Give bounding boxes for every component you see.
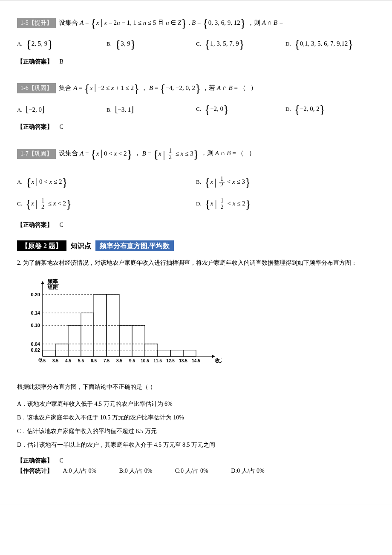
opt-A: A. [−2, 0] xyxy=(17,101,107,117)
question-1-5: 1-5【提升】 设集合 A = {x | x = 2n − 1, 1 ≤ n ≤… xyxy=(17,13,375,66)
chart-svg: 频率组距0.020.040.100.140.202.53.54.55.56.57… xyxy=(17,273,222,371)
opt-D: D. {x | 12 < x ≤ 2} xyxy=(196,195,375,213)
stats-C: C:0 人/占 0% xyxy=(175,468,208,474)
svg-text:收入/万元: 收入/万元 xyxy=(215,358,222,364)
svg-text:0.20: 0.20 xyxy=(31,292,40,297)
svg-text:8.5: 8.5 xyxy=(116,358,122,363)
answer-label: 【正确答案】 xyxy=(17,222,53,228)
opt-C: C. {x | 12 ≤ x < 2} xyxy=(17,195,196,213)
svg-text:10.5: 10.5 xyxy=(141,358,149,363)
svg-rect-25 xyxy=(170,350,183,356)
histogram-chart: 频率组距0.020.040.100.140.202.53.54.55.56.57… xyxy=(17,273,375,373)
stem-mid: ， xyxy=(134,150,142,157)
stem-1-5: 设集合 A = {x | x = 2n − 1, 1 ≤ n ≤ 5 且 n ∈… xyxy=(59,19,283,26)
opt-B: B. [−3, 1] xyxy=(107,101,196,117)
question-1-7: 1-7【巩固】 设集合 A = {x | 0 < x < 2} ， B = {x… xyxy=(17,144,375,229)
answer-label: 【正确答案】 xyxy=(17,58,53,65)
opt-D: D. {0,1, 3, 5, 6, 7, 9,12} xyxy=(285,36,375,52)
answer-label: 【正确答案】 xyxy=(17,457,53,464)
stem-pre: 集合 xyxy=(59,84,73,91)
answer-1-7: 【正确答案】 C xyxy=(17,221,375,229)
opt-A: A. {x | 0 < x ≤ 2} xyxy=(17,173,196,191)
stem-post: ，则 xyxy=(248,19,262,26)
svg-rect-18 xyxy=(81,313,94,356)
stem-post: ，则 xyxy=(201,150,215,157)
svg-rect-26 xyxy=(183,350,196,356)
stem-tail: A ∩ B = xyxy=(262,19,283,26)
svg-text:6.5: 6.5 xyxy=(91,358,97,363)
svg-rect-17 xyxy=(68,325,81,356)
options-1-7: A. {x | 0 < x ≤ 2} B. {x | 12 < x ≤ 3} C… xyxy=(17,173,375,213)
opt-A: A. {2, 5, 9} xyxy=(17,36,107,52)
answer-value: C xyxy=(60,124,63,130)
stats-B: B:0 人/占 0% xyxy=(119,468,153,474)
q2-options: A．该地农户家庭年收入低于 4.5 万元的农户比率估计为 6% B．该地农户家庭… xyxy=(17,398,375,451)
stem-pre: 设集合 xyxy=(59,19,80,26)
tag-1-5: 1-5【提升】 xyxy=(17,18,56,28)
opt-D: D. {−2, 0, 2} xyxy=(285,101,375,117)
opt-C: C. {−2, 0} xyxy=(196,101,285,117)
svg-text:0.10: 0.10 xyxy=(31,323,40,328)
svg-text:7.5: 7.5 xyxy=(104,358,110,363)
svg-text:13.5: 13.5 xyxy=(179,358,187,363)
page: 1-5【提升】 设集合 A = {x | x = 2n − 1, 1 ≤ n ≤… xyxy=(0,0,392,505)
svg-text:0.14: 0.14 xyxy=(31,310,40,315)
svg-text:3.5: 3.5 xyxy=(52,358,58,363)
stats-label: 【作答统计】 xyxy=(17,468,53,474)
stem-math: A = {x | x = 2n − 1, 1 ≤ n ≤ 5 且 n ∈ Z} … xyxy=(80,19,248,26)
svg-text:4.5: 4.5 xyxy=(65,358,71,363)
answer-1-6: 【正确答案】 C xyxy=(17,123,375,131)
options-1-6: A. [−2, 0] B. [−3, 1] C. {−2, 0} D. {−2,… xyxy=(17,101,375,117)
stem-pre: 设集合 xyxy=(59,150,80,157)
svg-text:频率: 频率 xyxy=(47,278,58,284)
svg-text:0.02: 0.02 xyxy=(31,347,40,353)
q2-opt-B: B．该地农户家庭年收入不低于 10.5 万元的农户比率估计为 10% xyxy=(17,412,375,424)
q2-conclusion: 根据此频率分布直方图，下面结论中不正确的是（ ） xyxy=(17,382,375,393)
svg-text:14.5: 14.5 xyxy=(192,358,200,363)
svg-text:11.5: 11.5 xyxy=(153,358,162,363)
q2-opt-D: D．估计该地有一半以上的农户，其家庭年收入介于 4.5 万元至 8.5 万元之间 xyxy=(17,439,375,451)
stem-1-7: 设集合 A = {x | 0 < x < 2} ， B = {x | 12 ≤ … xyxy=(59,150,255,157)
opt-B: B. {x | 12 < x ≤ 3} xyxy=(196,173,375,191)
opt-B: B. {3, 9} xyxy=(107,36,196,52)
q2-opt-A: A．该地农户家庭年收入低于 4.5 万元的农户比率估计为 6% xyxy=(17,398,375,410)
svg-text:0.04: 0.04 xyxy=(31,341,40,347)
q2-header: 【原卷 2 题】 知识点 频率分布直方图,平均数 xyxy=(17,242,375,251)
stats-D: D:0 人/占 0% xyxy=(231,468,265,474)
header-black: 【原卷 2 题】 xyxy=(17,240,66,251)
options-1-5: A. {2, 5, 9} B. {3, 9} C. {1, 3, 5, 7, 9… xyxy=(17,36,375,52)
q2-opt-C: C．估计该地农户家庭年收入的平均值不超过 6.5 万元 xyxy=(17,425,375,437)
question-2: 2. 为了解某地农村经济情况，对该地农户家庭年收入进行抽样调查，将农户家庭年收入… xyxy=(17,257,375,474)
stem-post: ，若 xyxy=(202,84,217,91)
answer-value: B xyxy=(60,58,63,65)
q2-body: 2. 为了解某地农村经济情况，对该地农户家庭年收入进行抽样调查，将农户家庭年收入… xyxy=(17,257,375,269)
tag-1-7: 1-7【巩固】 xyxy=(17,149,56,159)
stats-A: A:0 人/占 0% xyxy=(63,468,97,474)
svg-rect-15 xyxy=(43,350,55,356)
svg-rect-21 xyxy=(119,325,132,356)
q2-num: 2. xyxy=(17,260,22,266)
svg-text:组距: 组距 xyxy=(47,284,58,290)
answer-value: C xyxy=(60,457,63,464)
opt-C: C. {1, 3, 5, 7, 9} xyxy=(196,36,285,52)
header-mid: 知识点 xyxy=(71,242,91,249)
svg-text:9.5: 9.5 xyxy=(129,358,135,363)
stats-2: 【作答统计】 A:0 人/占 0% B:0 人/占 0% C:0 人/占 0% … xyxy=(17,467,375,475)
answer-2: 【正确答案】 C xyxy=(17,457,375,465)
question-1-6: 1-6【巩固】 集合 A = {x | −2 ≤ x + 1 ≤ 2} ， B … xyxy=(17,78,375,131)
svg-text:12.5: 12.5 xyxy=(166,358,175,363)
answer-label: 【正确答案】 xyxy=(17,124,53,130)
tag-1-6: 1-6【巩固】 xyxy=(17,83,56,93)
answer-1-5: 【正确答案】 B xyxy=(17,58,375,66)
stem-1-6: 集合 A = {x | −2 ≤ x + 1 ≤ 2} ， B = {−4, −… xyxy=(59,84,257,91)
q2-body-text: 为了解某地农村经济情况，对该地农户家庭年收入进行抽样调查，将农户家庭年收入的调查… xyxy=(23,260,357,266)
header-blue: 频率分布直方图,平均数 xyxy=(95,240,174,251)
svg-text:5.5: 5.5 xyxy=(78,358,84,363)
svg-rect-22 xyxy=(132,325,145,356)
svg-rect-24 xyxy=(158,350,170,356)
answer-value: C xyxy=(60,222,63,228)
svg-text:O: O xyxy=(38,357,42,363)
